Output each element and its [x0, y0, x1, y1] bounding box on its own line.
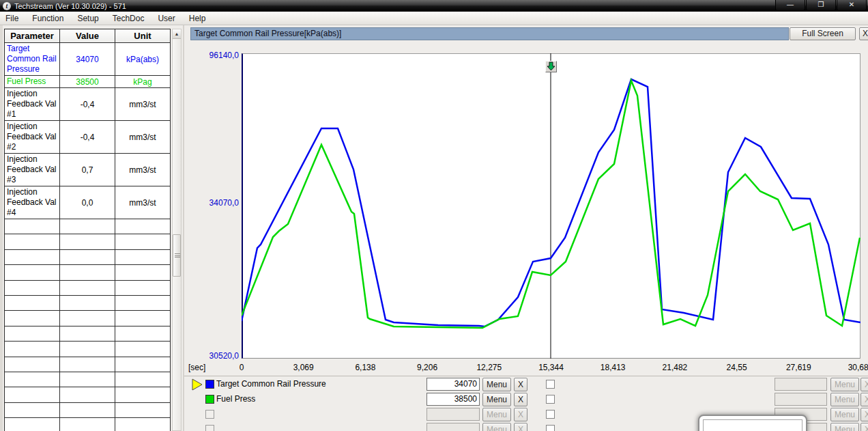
column-header-value: Value — [60, 29, 115, 43]
table-row-empty — [5, 249, 171, 264]
value-cell: -0,4 — [60, 88, 115, 121]
overlay-popup — [698, 415, 807, 431]
value-cell: 34070 — [60, 43, 115, 76]
table-header-row: ParameterValueUnit — [5, 29, 171, 43]
menu-bar: FileFunctionSetupTechDocUserHelp — [0, 12, 868, 25]
full-screen-button[interactable]: Full Screen — [790, 27, 856, 40]
column-header-parameter: Parameter — [5, 29, 60, 43]
table-row[interactable]: Target Common Rail Pressure34070kPa(abs) — [5, 43, 171, 76]
menu-item-user[interactable]: User — [151, 12, 182, 25]
table-row[interactable]: Injection Feedback Val #2-0,4mm3/st — [5, 121, 171, 154]
graph-panel: Target Common Rail Pressure[kPa(abs)] Fu… — [183, 25, 868, 431]
parameter-cell: Injection Feedback Val #2 — [5, 121, 60, 154]
value-cell: 0,0 — [60, 186, 115, 219]
legend-remove-button[interactable]: X — [514, 378, 527, 391]
menu-item-setup[interactable]: Setup — [70, 12, 105, 25]
legend-value-field — [426, 423, 480, 431]
legend-remove-button[interactable]: X — [514, 393, 527, 406]
parameter-cell: Injection Feedback Val #3 — [5, 154, 60, 186]
y-axis-label-middle: 34070,0 — [188, 198, 239, 208]
legend-menu-button[interactable]: Menu — [482, 393, 511, 406]
legend-checkbox[interactable] — [205, 425, 214, 431]
table-scrollbar[interactable]: ▲ — [172, 29, 182, 431]
legend-menu-button[interactable]: Menu — [482, 378, 511, 391]
table-row-empty — [5, 280, 171, 295]
right-menu-button: Menu — [830, 378, 859, 391]
scrollbar-grip-icon — [175, 253, 180, 258]
app-window: t Techstream (Ver 10.30.029) - 571 — ❐ ✕… — [0, 0, 868, 431]
table-row-empty — [5, 402, 171, 417]
legend-row: Fuel Press38500MenuXMenuX — [184, 392, 868, 407]
minimize-icon[interactable]: — — [775, 0, 805, 11]
chart-canvas — [242, 53, 860, 359]
title-bar: t Techstream (Ver 10.30.029) - 571 — ❐ ✕ — [0, 0, 868, 12]
graph-close-button[interactable]: X — [859, 27, 868, 40]
x-tick-label: 0 — [240, 363, 244, 372]
right-remove-button: X — [860, 378, 868, 391]
right-menu-button: Menu — [830, 408, 859, 421]
series-color-swatch — [205, 380, 214, 389]
legend-menu-button: Menu — [482, 408, 511, 421]
scroll-up-icon[interactable]: ▲ — [173, 29, 181, 39]
table-row-empty — [5, 265, 171, 280]
scrollbar-thumb[interactable] — [173, 234, 181, 277]
plot-area[interactable] — [242, 53, 860, 359]
x-tick-label: 3,069 — [293, 363, 314, 372]
table-row-empty — [5, 342, 171, 357]
value-cell: 0,7 — [60, 154, 115, 186]
legend-remove-button: X — [514, 423, 527, 431]
parameter-table: ParameterValueUnitTarget Common Rail Pre… — [4, 29, 171, 431]
series-color-swatch — [205, 395, 214, 404]
legend-remove-button: X — [514, 408, 527, 421]
menu-item-techdoc[interactable]: TechDoc — [106, 12, 151, 25]
table-row-empty — [5, 311, 171, 326]
right-remove-button: X — [860, 408, 868, 421]
legend-value-field[interactable]: 34070 — [426, 378, 480, 391]
cursor-arrow-button[interactable] — [545, 61, 557, 72]
x-tick-label: 12,275 — [476, 363, 502, 372]
x-tick-label: 15,344 — [538, 363, 564, 372]
x-tick-label: 27,619 — [786, 363, 811, 372]
unit-cell: kPa(abs) — [115, 43, 171, 76]
menu-item-help[interactable]: Help — [182, 12, 213, 25]
x-tick-label: 21,482 — [663, 363, 688, 372]
column-header-unit: Unit — [115, 29, 171, 43]
x-tick-label: 24,55 — [727, 363, 747, 372]
unit-cell: mm3/st — [115, 88, 171, 121]
table-row-empty — [5, 326, 171, 341]
close-icon[interactable]: ✕ — [837, 0, 867, 11]
parameter-cell: Target Common Rail Pressure — [5, 43, 60, 76]
menu-item-file[interactable]: File — [0, 12, 25, 25]
graph-title-bar: Target Common Rail Pressure[kPa(abs)] — [190, 27, 789, 40]
x-axis: [sec] 03,0696,1389,20612,27515,34418,413… — [184, 361, 868, 375]
maximize-icon[interactable]: ❐ — [806, 0, 836, 11]
legend-checkbox[interactable] — [205, 410, 214, 419]
right-menu-button: Menu — [830, 423, 859, 431]
window-controls: — ❐ ✕ — [775, 0, 867, 11]
table-row[interactable]: Injection Feedback Val #30,7mm3/st — [5, 154, 171, 186]
value-cell: 38500 — [60, 76, 115, 88]
menu-item-function[interactable]: Function — [25, 12, 70, 25]
parameter-cell: Injection Feedback Val #1 — [5, 88, 60, 121]
table-row-empty — [5, 418, 171, 431]
right-remove-button: X — [860, 423, 868, 431]
app-icon: t — [3, 2, 11, 10]
mid-checkbox[interactable] — [546, 380, 555, 389]
table-row[interactable]: Injection Feedback Val #1-0,4mm3/st — [5, 88, 171, 121]
right-value-field — [775, 378, 827, 391]
unit-cell: mm3/st — [115, 186, 171, 219]
x-tick-label: 18,413 — [601, 363, 626, 372]
mid-checkbox[interactable] — [546, 410, 555, 419]
table-row-empty — [5, 387, 171, 402]
table-row[interactable]: Injection Feedback Val #40,0mm3/st — [5, 186, 171, 219]
table-row-empty — [5, 295, 171, 310]
table-row-empty — [5, 219, 171, 234]
mid-checkbox[interactable] — [546, 425, 555, 431]
legend-series-label: Fuel Press — [216, 394, 255, 404]
unit-cell: mm3/st — [115, 154, 171, 186]
table-row[interactable]: Fuel Press38500kPag — [5, 76, 171, 88]
y-axis-label-top: 96140,0 — [188, 51, 239, 60]
mid-checkbox[interactable] — [546, 395, 555, 404]
legend-value-field[interactable]: 38500 — [426, 393, 480, 406]
active-row-arrow-icon — [192, 378, 203, 393]
